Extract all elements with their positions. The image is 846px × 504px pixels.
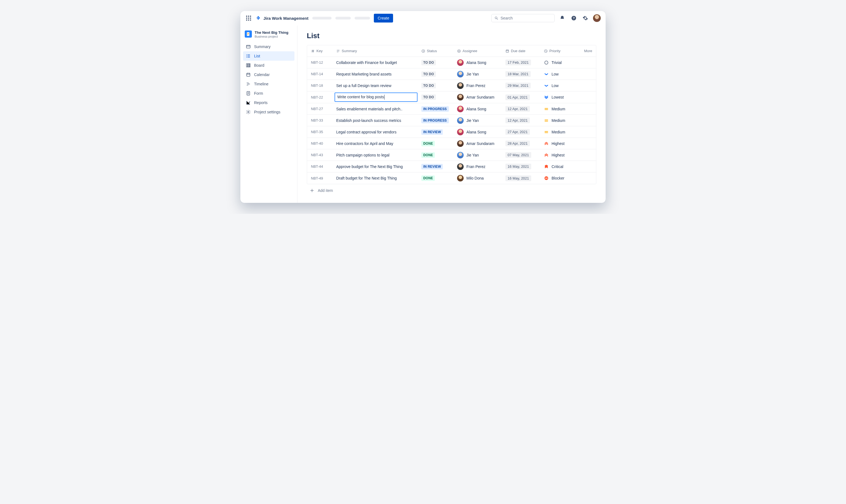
product-logo[interactable]: Jira Work Management <box>256 15 309 21</box>
table-row[interactable]: NBT-40Hire contractors for April and May… <box>307 138 596 149</box>
due-date-cell[interactable]: 18 Mar, 2021 <box>503 69 541 79</box>
table-row[interactable]: NBT-22Write content for blog postsTO DOA… <box>307 91 596 103</box>
due-date-cell[interactable]: 29 Mar, 2021 <box>503 80 541 91</box>
due-date-cell[interactable]: 01 Apr, 2021 <box>503 92 541 102</box>
status-cell[interactable]: DONE <box>419 173 454 183</box>
issue-key[interactable]: NBT-33 <box>307 116 333 125</box>
table-row[interactable]: NBT-14Request Marketing brand assetsTO D… <box>307 68 596 80</box>
summary-cell[interactable]: Collaborate with Finance for budget <box>333 58 419 67</box>
assignee-cell[interactable]: Fran Perez <box>454 80 503 91</box>
status-cell[interactable]: IN REVIEW <box>419 127 454 137</box>
priority-cell[interactable]: Low <box>541 81 580 90</box>
table-row[interactable]: NBT-44Approve budget for The Next Big Th… <box>307 161 596 173</box>
table-row[interactable]: NBT-12Collaborate with Finance for budge… <box>307 57 596 68</box>
status-cell[interactable]: TO DO <box>419 58 454 68</box>
status-cell[interactable]: IN REVIEW <box>419 162 454 172</box>
sidebar-item-reports[interactable]: Reports <box>243 98 295 107</box>
status-cell[interactable]: TO DO <box>419 92 454 102</box>
priority-cell[interactable]: Medium <box>541 116 580 125</box>
assignee-cell[interactable]: Jie Yan <box>454 115 503 126</box>
help-icon[interactable]: ? <box>570 14 578 22</box>
priority-cell[interactable]: Highest <box>541 150 580 160</box>
status-cell[interactable]: IN PROGRESS <box>419 115 454 125</box>
issue-key[interactable]: NBT-43 <box>307 151 333 159</box>
notifications-icon[interactable] <box>559 14 566 22</box>
sidebar-item-calendar[interactable]: Calendar <box>243 70 295 79</box>
assignee-cell[interactable]: Amar Sundaram <box>454 138 503 149</box>
issue-key[interactable]: NBT-35 <box>307 128 333 136</box>
status-cell[interactable]: DONE <box>419 150 454 160</box>
sidebar-item-summary[interactable]: Summary <box>243 42 295 51</box>
create-button[interactable]: Create <box>374 14 393 22</box>
table-row[interactable]: NBT-49Draft budget for The Next Big Thin… <box>307 173 596 184</box>
col-header-more[interactable]: More <box>580 47 596 55</box>
due-date-cell[interactable]: 12 Apr, 2021 <box>503 104 541 114</box>
due-date-cell[interactable]: 12 Apr, 2021 <box>503 115 541 125</box>
status-cell[interactable]: IN PROGRESS <box>419 104 454 114</box>
search-input[interactable] <box>500 16 551 20</box>
summary-editing-text[interactable]: Write content for blog posts <box>337 95 385 100</box>
assignee-cell[interactable]: Alana Song <box>454 127 503 138</box>
profile-avatar[interactable] <box>593 14 601 22</box>
col-header-status[interactable]: Status <box>419 47 454 55</box>
priority-cell[interactable]: Blocker <box>541 174 580 183</box>
priority-cell[interactable]: Medium <box>541 127 580 137</box>
issue-key[interactable]: NBT-44 <box>307 162 333 171</box>
table-row[interactable]: NBT-33Establish post-launch success metr… <box>307 115 596 126</box>
priority-cell[interactable]: Low <box>541 69 580 79</box>
status-cell[interactable]: DONE <box>419 139 454 148</box>
table-row[interactable]: NBT-27Sales enablement materials and pit… <box>307 103 596 115</box>
add-item-button[interactable]: Add item <box>307 184 596 195</box>
due-date-cell[interactable]: 17 Feb, 2021 <box>503 57 541 68</box>
priority-cell[interactable]: Critical <box>541 162 580 171</box>
priority-cell[interactable]: Trivial <box>541 58 580 67</box>
col-header-summary[interactable]: Summary <box>333 47 419 55</box>
app-switcher-icon[interactable] <box>245 15 252 21</box>
assignee-cell[interactable]: Alana Song <box>454 104 503 114</box>
priority-cell[interactable]: Lowest <box>541 92 580 102</box>
summary-cell[interactable]: Establish post-launch success metrics <box>333 116 419 125</box>
summary-cell[interactable]: Draft budget for The Next Big Thing <box>333 174 419 183</box>
issue-key[interactable]: NBT-22 <box>307 93 333 102</box>
sidebar-item-settings[interactable]: Project settings <box>243 107 295 117</box>
search-box[interactable] <box>491 14 554 22</box>
status-cell[interactable]: TO DO <box>419 81 454 91</box>
summary-cell[interactable]: Write content for blog posts <box>335 92 418 102</box>
table-row[interactable]: NBT-18Set up a full Design team reviewTO… <box>307 80 596 91</box>
col-header-priority[interactable]: Priority <box>541 47 580 55</box>
sidebar-item-timeline[interactable]: Timeline <box>243 79 295 89</box>
summary-cell[interactable]: Hire contractors for April and May <box>333 139 419 148</box>
table-row[interactable]: NBT-35Legal contract approval for vendor… <box>307 126 596 138</box>
issue-key[interactable]: NBT-27 <box>307 105 333 113</box>
priority-cell[interactable]: Medium <box>541 104 580 114</box>
sidebar-item-list[interactable]: List <box>243 51 295 61</box>
due-date-cell[interactable]: 28 Apr, 2021 <box>503 138 541 148</box>
project-header[interactable]: The Next Big Thing Business project <box>243 29 295 42</box>
summary-cell[interactable]: Approve budget for The Next Big Thing <box>333 162 419 171</box>
col-header-key[interactable]: Key <box>307 47 333 55</box>
status-cell[interactable]: TO DO <box>419 69 454 79</box>
summary-cell[interactable]: Legal contract approval for vendors <box>333 128 419 137</box>
settings-icon[interactable] <box>581 14 589 22</box>
due-date-cell[interactable]: 16 May, 2021 <box>503 173 541 183</box>
assignee-cell[interactable]: Milo Dona <box>454 173 503 184</box>
priority-cell[interactable]: Highest <box>541 139 580 148</box>
summary-cell[interactable]: Pitch campaign options to legal <box>333 151 419 160</box>
issue-key[interactable]: NBT-40 <box>307 139 333 148</box>
summary-cell[interactable]: Sales enablement materials and pitch.. <box>333 105 419 113</box>
assignee-cell[interactable]: Amar Sundaram <box>454 92 503 103</box>
due-date-cell[interactable]: 16 May, 2021 <box>503 161 541 172</box>
issue-key[interactable]: NBT-49 <box>307 174 333 183</box>
nav-placeholder[interactable] <box>312 17 332 19</box>
assignee-cell[interactable]: Alana Song <box>454 57 503 68</box>
nav-placeholder[interactable] <box>355 17 370 19</box>
summary-cell[interactable]: Set up a full Design team review <box>333 81 419 90</box>
assignee-cell[interactable]: Jie Yan <box>454 69 503 79</box>
issue-key[interactable]: NBT-18 <box>307 81 333 90</box>
issue-key[interactable]: NBT-12 <box>307 58 333 67</box>
table-row[interactable]: NBT-43Pitch campaign options to legalDON… <box>307 149 596 161</box>
sidebar-item-board[interactable]: Board <box>243 61 295 70</box>
summary-cell[interactable]: Request Marketing brand assets <box>333 70 419 78</box>
due-date-cell[interactable]: 27 Apr, 2021 <box>503 127 541 137</box>
assignee-cell[interactable]: Fran Perez <box>454 161 503 172</box>
